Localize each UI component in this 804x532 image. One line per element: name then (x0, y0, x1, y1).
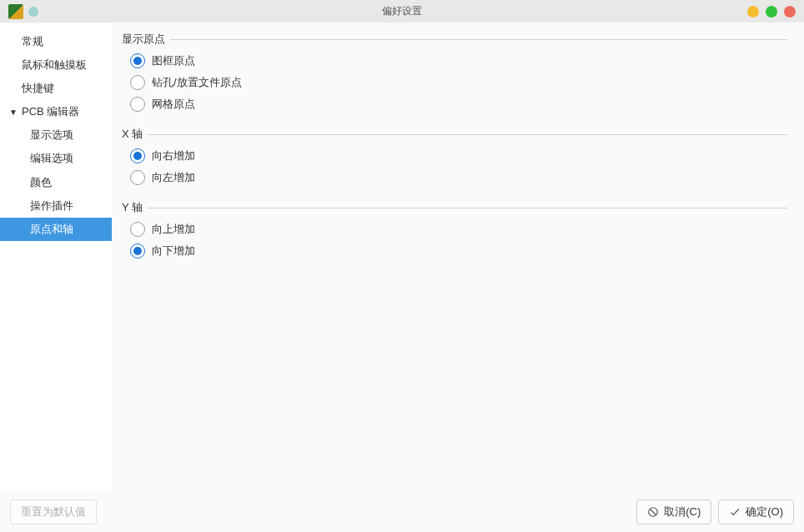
radio-label: 向下增加 (152, 243, 195, 258)
main-panel: 显示原点 图框原点 钻孔/放置文件原点 网格原点 X 轴 向右增加 向 (112, 23, 804, 492)
menu-dot-icon[interactable] (28, 7, 38, 17)
sidebar-item-mouse-touchpad[interactable]: 鼠标和触摸板 (0, 53, 112, 77)
group-legend: 显示原点 (122, 32, 170, 47)
sidebar-item-colors[interactable]: 颜色 (0, 171, 112, 194)
cancel-button[interactable]: 取消(C) (636, 499, 711, 524)
sidebar-item-hotkeys[interactable]: 快捷键 (0, 77, 112, 100)
check-icon (729, 506, 741, 518)
radio-icon (130, 170, 145, 185)
group-display-origin: 显示原点 图框原点 钻孔/放置文件原点 网格原点 (122, 32, 787, 115)
sidebar-item-label: PCB 编辑器 (22, 103, 79, 121)
window-title: 偏好设置 (382, 4, 422, 18)
group-legend: Y 轴 (122, 200, 148, 215)
sidebar-item-label: 常规 (22, 33, 43, 51)
sidebar-item-label: 快捷键 (22, 79, 54, 98)
sidebar-item-origin-axes[interactable]: 原点和轴 (0, 218, 112, 241)
chevron-down-icon[interactable]: ▼ (8, 105, 18, 119)
maximize-icon[interactable] (766, 6, 777, 18)
radio-y-increase-down[interactable]: 向下增加 (122, 240, 787, 262)
radio-label: 向上增加 (152, 222, 195, 237)
svg-line-1 (651, 509, 656, 515)
radio-x-increase-left[interactable]: 向左增加 (122, 167, 787, 188)
minimize-icon[interactable] (747, 6, 759, 18)
group-x-axis: X 轴 向右增加 向左增加 (122, 127, 787, 188)
radio-icon (130, 53, 145, 68)
footer: 重置为默认值 取消(C) 确定(O) (0, 492, 804, 532)
sidebar-item-label: 显示选项 (30, 126, 73, 144)
sidebar-item-label: 鼠标和触摸板 (22, 56, 87, 74)
ok-button[interactable]: 确定(O) (718, 499, 794, 524)
sidebar-item-label: 操作插件 (30, 197, 73, 215)
radio-label: 图框原点 (152, 53, 195, 68)
sidebar-item-label: 编辑选项 (30, 149, 73, 168)
titlebar: 偏好设置 (0, 0, 804, 23)
radio-page-origin[interactable]: 图框原点 (122, 50, 787, 72)
radio-icon (130, 75, 145, 90)
button-label: 确定(O) (746, 504, 783, 519)
radio-grid-origin[interactable]: 网格原点 (122, 93, 787, 115)
radio-drill-place-origin[interactable]: 钻孔/放置文件原点 (122, 72, 787, 93)
radio-icon (130, 148, 145, 163)
cancel-icon (647, 506, 659, 518)
titlebar-left (8, 4, 38, 19)
radio-label: 网格原点 (152, 97, 195, 112)
radio-label: 向左增加 (152, 170, 195, 185)
group-legend: X 轴 (122, 127, 148, 142)
sidebar-item-general[interactable]: 常规 (0, 30, 112, 53)
sidebar-item-edit-options[interactable]: 编辑选项 (0, 147, 112, 170)
window-controls (747, 6, 796, 18)
sidebar: 常规 鼠标和触摸板 快捷键 ▼ PCB 编辑器 显示选项 编辑选项 颜色 操作插… (0, 23, 112, 492)
radio-x-increase-right[interactable]: 向右增加 (122, 145, 787, 167)
sidebar-item-action-plugins[interactable]: 操作插件 (0, 194, 112, 218)
close-icon[interactable] (784, 6, 796, 18)
radio-icon (130, 243, 145, 258)
button-label: 重置为默认值 (21, 504, 86, 519)
content-area: 常规 鼠标和触摸板 快捷键 ▼ PCB 编辑器 显示选项 编辑选项 颜色 操作插… (0, 23, 804, 492)
app-icon (8, 4, 23, 19)
reset-defaults-button[interactable]: 重置为默认值 (10, 499, 97, 524)
group-y-axis: Y 轴 向上增加 向下增加 (122, 200, 787, 262)
radio-icon (130, 222, 145, 237)
radio-y-increase-up[interactable]: 向上增加 (122, 218, 787, 240)
radio-label: 钻孔/放置文件原点 (152, 75, 242, 90)
button-label: 取消(C) (664, 504, 701, 519)
sidebar-item-display-options[interactable]: 显示选项 (0, 123, 112, 147)
radio-label: 向右增加 (152, 148, 195, 163)
sidebar-item-label: 原点和轴 (30, 220, 73, 238)
radio-icon (130, 97, 145, 112)
sidebar-item-label: 颜色 (30, 173, 52, 192)
sidebar-item-pcb-editor[interactable]: ▼ PCB 编辑器 (0, 100, 112, 123)
